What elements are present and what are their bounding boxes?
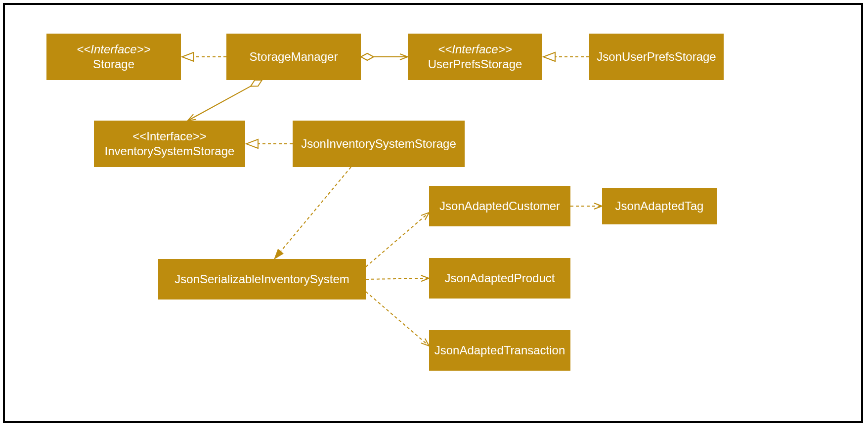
class-name: JsonAdaptedTag: [615, 199, 704, 214]
node-inventory-system-storage: <<Interface>> InventorySystemStorage: [94, 121, 245, 167]
class-name: InventorySystemStorage: [105, 144, 235, 159]
node-storage-manager: StorageManager: [226, 34, 361, 80]
node-json-adapted-tag: JsonAdaptedTag: [602, 188, 717, 224]
stereotype-label: <<Interface>>: [438, 42, 512, 57]
edge-jsonserializable-depends-customer: [366, 213, 429, 267]
node-storage: <<Interface>> Storage: [46, 34, 181, 80]
stereotype-label: <<Interface>>: [77, 42, 150, 57]
edge-jsoninvsys-depends-jsonserializable: [274, 167, 351, 259]
class-name: JsonSerializableInventorySystem: [174, 272, 349, 287]
edge-jsonserializable-depends-transaction: [366, 292, 429, 346]
class-name: Storage: [93, 57, 134, 72]
node-json-adapted-customer: JsonAdaptedCustomer: [429, 186, 570, 226]
diagram-frame: <<Interface>> Storage StorageManager <<I…: [3, 3, 863, 423]
class-name: JsonAdaptedCustomer: [439, 199, 560, 214]
edge-jsonserializable-depends-product: [366, 278, 429, 279]
node-json-serializable-inventory-system: JsonSerializableInventorySystem: [158, 259, 366, 300]
class-name: JsonAdaptedTransaction: [434, 343, 565, 358]
node-json-adapted-transaction: JsonAdaptedTransaction: [429, 330, 570, 371]
node-json-user-prefs-storage: JsonUserPrefsStorage: [589, 34, 724, 80]
class-name: JsonUserPrefsStorage: [597, 49, 716, 64]
class-name: UserPrefsStorage: [428, 57, 522, 72]
class-name: JsonAdaptedProduct: [445, 271, 555, 286]
class-name: JsonInventorySystemStorage: [301, 136, 456, 151]
node-json-inventory-system-storage: JsonInventorySystemStorage: [293, 121, 465, 167]
node-user-prefs-storage: <<Interface>> UserPrefsStorage: [408, 34, 542, 80]
node-json-adapted-product: JsonAdaptedProduct: [429, 258, 570, 299]
edge-storagemanager-aggregates-invsys: [188, 80, 262, 121]
stereotype-label: <<Interface>>: [132, 129, 206, 144]
class-name: StorageManager: [250, 49, 338, 64]
